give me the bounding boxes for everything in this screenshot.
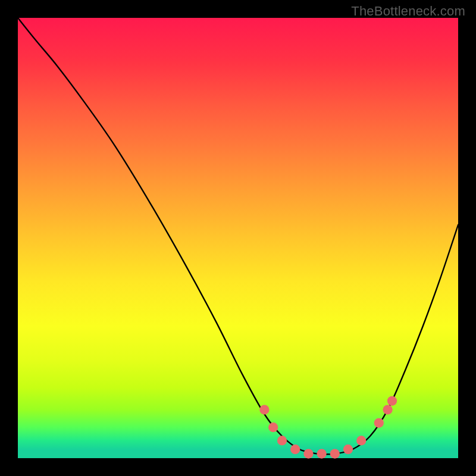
bottleneck-curve [18, 18, 458, 455]
highlight-point [343, 444, 353, 454]
highlight-point [330, 449, 340, 458]
highlight-point [383, 405, 392, 414]
highlight-point [268, 422, 278, 432]
chart-svg [18, 18, 458, 458]
highlight-point [277, 436, 287, 445]
highlight-point [259, 405, 269, 414]
highlight-point [356, 436, 366, 445]
highlight-point [303, 449, 313, 458]
highlight-point [317, 449, 326, 458]
plot-area [18, 18, 458, 458]
highlight-point [290, 444, 300, 454]
highlight-point [387, 396, 397, 406]
outer-frame: TheBottleneck.com [0, 0, 476, 476]
highlight-point [374, 418, 384, 428]
watermark-text: TheBottleneck.com [351, 4, 465, 19]
